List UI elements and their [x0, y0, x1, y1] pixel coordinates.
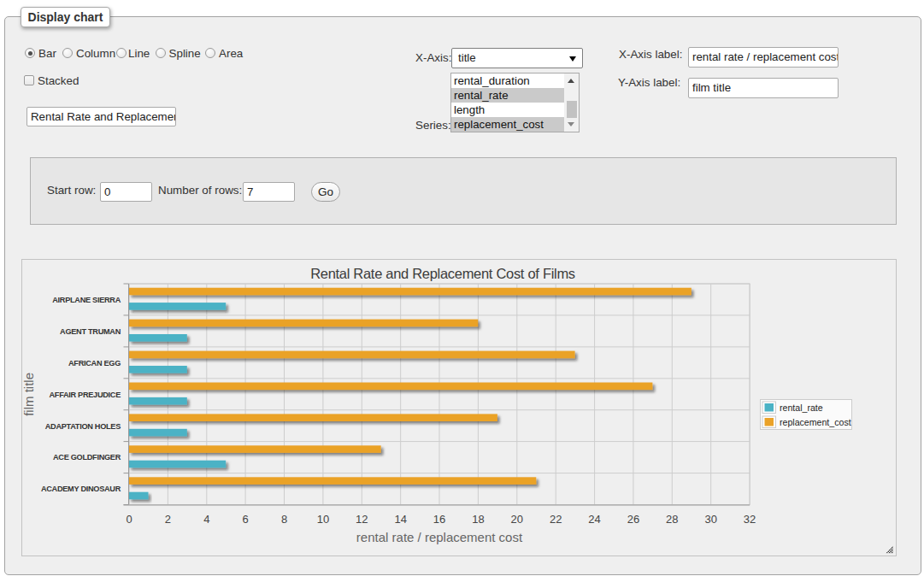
svg-text:2: 2: [165, 513, 171, 526]
svg-text:film title: film title: [22, 373, 36, 416]
svg-text:8: 8: [281, 513, 287, 526]
svg-text:AIRPLANE SIERRA: AIRPLANE SIERRA: [52, 296, 121, 304]
svg-text:20: 20: [511, 513, 523, 526]
svg-text:AGENT TRUMAN: AGENT TRUMAN: [60, 327, 121, 336]
svg-text:ACE GOLDFINGER: ACE GOLDFINGER: [53, 453, 121, 461]
svg-text:18: 18: [472, 513, 484, 526]
svg-text:0: 0: [126, 513, 132, 526]
svg-text:26: 26: [627, 513, 639, 526]
svg-text:AFRICAN EGG: AFRICAN EGG: [68, 359, 121, 367]
svg-text:6: 6: [242, 513, 248, 526]
svg-text:28: 28: [666, 513, 678, 526]
svg-text:rental rate / replacement cost: rental rate / replacement cost: [356, 530, 523, 544]
svg-text:4: 4: [203, 513, 209, 526]
svg-text:rental_rate: rental_rate: [780, 403, 823, 413]
svg-text:10: 10: [317, 513, 329, 526]
svg-text:16: 16: [433, 513, 445, 526]
svg-text:12: 12: [356, 513, 368, 526]
svg-text:14: 14: [394, 513, 406, 526]
svg-text:32: 32: [744, 513, 756, 526]
svg-text:ADAPTATION HOLES: ADAPTATION HOLES: [45, 422, 121, 431]
svg-text:Rental Rate and Replacement Co: Rental Rate and Replacement Cost of Film…: [310, 266, 575, 281]
svg-text:30: 30: [704, 513, 716, 526]
svg-text:24: 24: [588, 513, 600, 526]
svg-text:replacement_cost: replacement_cost: [780, 417, 851, 427]
svg-text:AFFAIR PREJUDICE: AFFAIR PREJUDICE: [49, 391, 121, 399]
svg-text:ACADEMY DINOSAUR: ACADEMY DINOSAUR: [41, 485, 121, 493]
svg-text:22: 22: [550, 513, 562, 526]
